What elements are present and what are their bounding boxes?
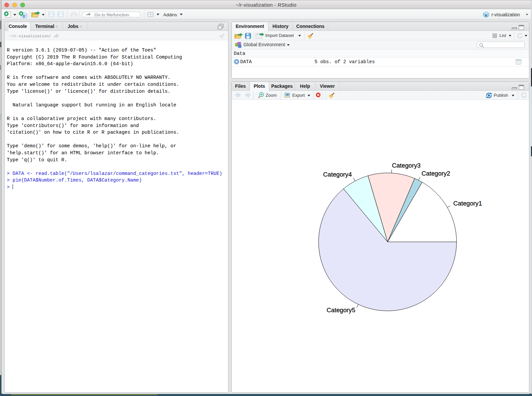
svg-text:Category4: Category4 — [323, 171, 352, 178]
svg-text:R: R — [23, 14, 25, 18]
svg-text:R: R — [485, 13, 488, 17]
svg-text:Category3: Category3 — [392, 162, 421, 169]
svg-text:Category1: Category1 — [453, 200, 482, 207]
svg-text:Category5: Category5 — [327, 307, 355, 314]
svg-text:Category2: Category2 — [422, 170, 450, 177]
